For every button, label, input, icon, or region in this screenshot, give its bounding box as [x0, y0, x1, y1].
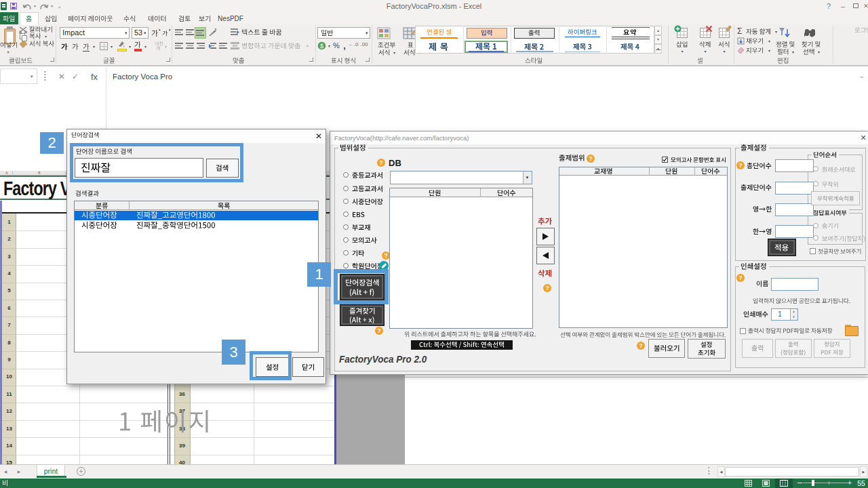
svg-text:$: $	[320, 43, 323, 49]
